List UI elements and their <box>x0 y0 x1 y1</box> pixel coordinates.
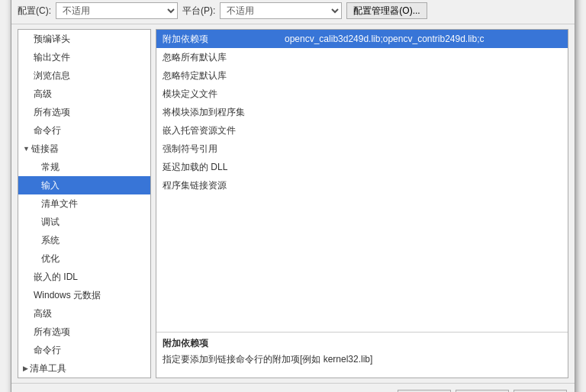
right-list: 附加依赖项 opencv_calib3d249d.lib;opencv_cont… <box>156 30 568 332</box>
tree-item-advanced2[interactable]: 高级 <box>18 304 150 323</box>
tree-item-cmdline[interactable]: 命令行 <box>18 121 150 140</box>
tree-item-linker-system[interactable]: 系统 <box>18 231 150 249</box>
right-item-label-ignore-specific: 忽略特定默认库 <box>163 68 285 83</box>
property-dialog: Microsoft.Cpp.Win32.user 属性页 ? ✕ 配置(C): … <box>11 0 575 392</box>
main-area: 预编译头 输出文件 浏览信息 高级 所有选项 命令行 ▼ 链接器 常规 输入 清… <box>11 24 575 383</box>
tree-group-linker[interactable]: ▼ 链接器 <box>18 140 150 158</box>
toolbar-row: 配置(C): 不适用 平台(P): 不适用 配置管理器(O)... <box>11 0 575 24</box>
platform-select[interactable]: 不适用 <box>220 2 342 19</box>
right-item-label-module-def: 模块定义文件 <box>163 86 285 101</box>
right-item-label-additional-deps: 附加依赖项 <box>163 31 285 47</box>
tree-item-output[interactable]: 输出文件 <box>18 48 150 66</box>
right-item-ignore-default[interactable]: 忽略所有默认库 <box>156 48 568 66</box>
right-item-assembly-link[interactable]: 程序集链接资源 <box>156 176 568 194</box>
tree-item-alloptions2[interactable]: 所有选项 <box>18 323 150 341</box>
config-select[interactable]: 不适用 <box>56 2 178 19</box>
triangle-collapsed-icon: ▶ <box>23 361 28 376</box>
right-item-additional-deps[interactable]: 附加依赖项 opencv_calib3d249d.lib;opencv_cont… <box>156 30 568 48</box>
right-item-embed-managed[interactable]: 嵌入托管资源文件 <box>156 121 568 140</box>
right-panel: 附加依赖项 opencv_calib3d249d.lib;opencv_cont… <box>156 29 568 378</box>
description-title: 附加依赖项 <box>163 337 562 350</box>
right-item-ignore-specific[interactable]: 忽略特定默认库 <box>156 66 568 85</box>
tree-item-cmdline2[interactable]: 命令行 <box>18 341 150 359</box>
right-item-force-symbol[interactable]: 强制符号引用 <box>156 140 568 158</box>
tree-item-linker-manifest[interactable]: 清单文件 <box>18 194 150 213</box>
tree-item-windows-meta[interactable]: Windows 元数据 <box>18 286 150 304</box>
right-item-label-add-to-program: 将模块添加到程序集 <box>163 104 285 120</box>
tree-item-embedded-idl[interactable]: 嵌入的 IDL <box>18 268 150 286</box>
left-panel: 预编译头 输出文件 浏览信息 高级 所有选项 命令行 ▼ 链接器 常规 输入 清… <box>18 29 151 378</box>
tree-item-alloptions[interactable]: 所有选项 <box>18 103 150 121</box>
tree-item-linker-debug[interactable]: 调试 <box>18 213 150 231</box>
tree-item-advanced[interactable]: 高级 <box>18 85 150 103</box>
tree-item-browse[interactable]: 浏览信息 <box>18 66 150 85</box>
description-text: 指定要添加到链接命令行的附加项[例如 kernel32.lib] <box>163 353 562 366</box>
triangle-icon: ▼ <box>23 141 30 156</box>
description-box: 附加依赖项 指定要添加到链接命令行的附加项[例如 kernel32.lib] <box>156 332 568 378</box>
bottom-bar: 确定 取消 应用(A) <box>11 383 575 392</box>
right-item-label-force-symbol: 强制符号引用 <box>163 141 285 156</box>
right-item-add-to-program[interactable]: 将模块添加到程序集 <box>156 103 568 121</box>
right-item-label-delay-dll: 延迟加载的 DLL <box>163 159 285 175</box>
tree-item-linker-input[interactable]: 输入 <box>18 176 150 194</box>
right-item-label-embed-managed: 嵌入托管资源文件 <box>163 123 285 138</box>
config-label: 配置(C): <box>18 5 51 18</box>
tree-group-listtool[interactable]: ▶ 清单工具 <box>18 359 150 378</box>
right-item-module-def[interactable]: 模块定义文件 <box>156 85 568 103</box>
tree-item-preprocessor[interactable]: 预编译头 <box>18 30 150 48</box>
right-item-label-ignore-default: 忽略所有默认库 <box>163 50 285 65</box>
config-manager-button[interactable]: 配置管理器(O)... <box>346 2 427 19</box>
tree-item-linker-optimize[interactable]: 优化 <box>18 249 150 268</box>
right-item-label-assembly-link: 程序集链接资源 <box>163 178 285 193</box>
right-item-delay-dll[interactable]: 延迟加载的 DLL <box>156 158 568 176</box>
platform-label: 平台(P): <box>182 5 215 18</box>
right-item-value-additional-deps: opencv_calib3d249d.lib;opencv_contrib249… <box>285 31 485 47</box>
tree-item-linker-general[interactable]: 常规 <box>18 158 150 176</box>
